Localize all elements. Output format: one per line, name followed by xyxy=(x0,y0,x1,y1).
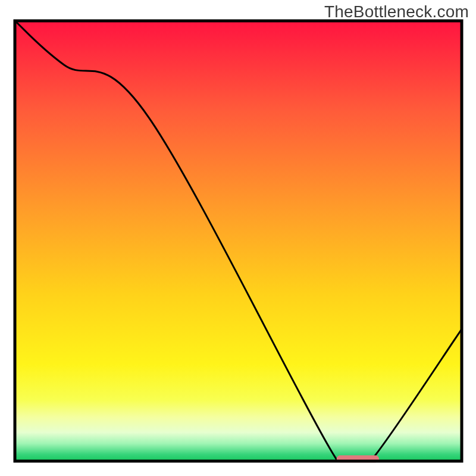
plot-background-gradient xyxy=(15,21,462,461)
watermark-text: TheBottleneck.com xyxy=(324,2,469,21)
chart-svg xyxy=(0,0,476,476)
chart-frame: TheBottleneck.com xyxy=(0,0,476,476)
